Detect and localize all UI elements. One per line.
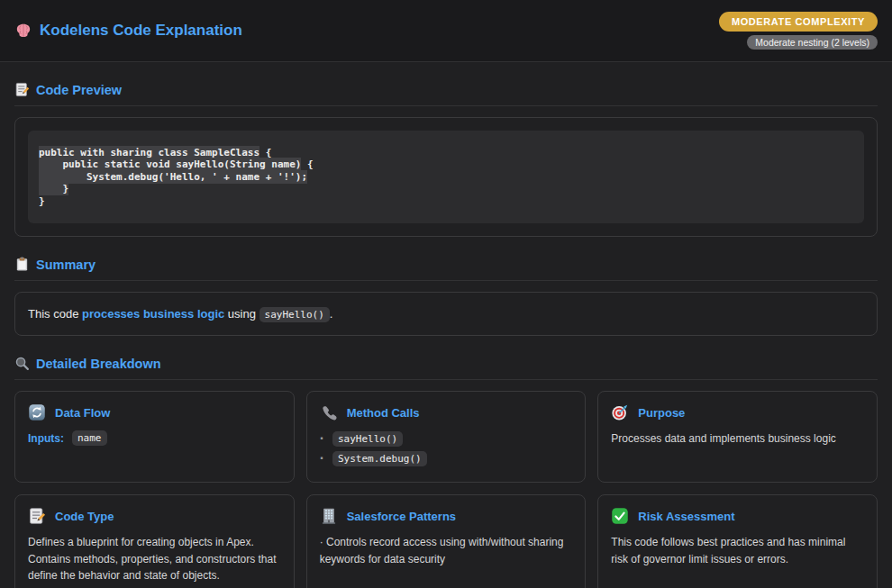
breakdown-grid: Data Flow Inputs: name Method Calls bbox=[14, 391, 878, 588]
card-text: Defines a blueprint for creating objects… bbox=[28, 534, 281, 584]
breakdown-heading: Detailed Breakdown bbox=[14, 356, 878, 371]
cycle-arrows-icon bbox=[28, 403, 46, 421]
method-call-item: sayHello() bbox=[320, 430, 573, 447]
brand: Kodelens Code Explanation bbox=[14, 22, 242, 40]
summary-text: This code bbox=[28, 307, 82, 321]
purpose-card: Purpose Processes data and implements bu… bbox=[597, 391, 878, 483]
data-flow-card: Data Flow Inputs: name bbox=[14, 391, 295, 483]
input-pill: name bbox=[72, 430, 107, 446]
card-text: This code follows best practices and has… bbox=[611, 534, 864, 567]
phone-icon bbox=[320, 403, 338, 421]
card-title: Salesforce Patterns bbox=[347, 510, 456, 523]
code-line: public with sharing class SampleClass { bbox=[39, 147, 853, 158]
main-content: Code Preview public with sharing class S… bbox=[0, 82, 892, 588]
code-preview-heading: Code Preview bbox=[14, 82, 878, 97]
target-icon bbox=[611, 403, 629, 421]
page-title: Kodelens Code Explanation bbox=[40, 22, 242, 40]
card-title: Code Type bbox=[55, 510, 114, 523]
kodelens-page: Kodelens Code Explanation MODERATE COMPL… bbox=[0, 0, 892, 588]
summary-text: using bbox=[224, 307, 259, 321]
section-divider bbox=[14, 379, 878, 380]
summary-text: . bbox=[330, 307, 333, 321]
card-text: · Controls record access using with/with… bbox=[320, 534, 573, 567]
card-title: Method Calls bbox=[347, 406, 420, 420]
section-title: Summary bbox=[36, 258, 96, 272]
card-text: Processes data and implements business l… bbox=[611, 430, 864, 448]
section-title: Code Preview bbox=[36, 83, 122, 97]
summary-highlight: processes business logic bbox=[82, 307, 224, 321]
section-divider bbox=[14, 105, 878, 106]
code-block: public with sharing class SampleClass { … bbox=[28, 131, 864, 223]
code-type-card: Code Type Defines a blueprint for creati… bbox=[14, 494, 295, 588]
method-call-item: System.debug() bbox=[320, 450, 573, 466]
section-title: Detailed Breakdown bbox=[36, 357, 161, 371]
memo-icon bbox=[28, 507, 46, 525]
inputs-label: Inputs: bbox=[28, 432, 64, 445]
summary-card: This code processes business logic using… bbox=[14, 292, 878, 336]
office-building-icon bbox=[320, 507, 338, 525]
code-line: System.debug('Hello, ' + name + '!'); bbox=[39, 171, 853, 183]
magnifier-icon bbox=[14, 356, 30, 371]
brain-icon bbox=[14, 22, 32, 40]
code-line: public static void sayHello(String name)… bbox=[39, 158, 853, 170]
risk-assessment-card: Risk Assessment This code follows best p… bbox=[597, 494, 878, 588]
card-title: Data Flow bbox=[55, 406, 110, 420]
summary-code-ref: sayHello() bbox=[259, 307, 330, 322]
check-mark-icon bbox=[611, 507, 629, 525]
code-line: } bbox=[39, 195, 853, 207]
code-line: } bbox=[39, 183, 853, 194]
clipboard-icon bbox=[14, 257, 30, 272]
card-title: Risk Assessment bbox=[638, 510, 734, 523]
nesting-badge: Moderate nesting (2 levels) bbox=[747, 35, 878, 50]
method-calls-card: Method Calls sayHello() System.debug() bbox=[306, 391, 587, 483]
header-bar: Kodelens Code Explanation MODERATE COMPL… bbox=[0, 0, 892, 62]
section-divider bbox=[14, 280, 878, 281]
summary-heading: Summary bbox=[14, 257, 878, 272]
method-calls-list: sayHello() System.debug() bbox=[320, 430, 573, 466]
memo-icon bbox=[14, 82, 30, 97]
card-title: Purpose bbox=[638, 406, 685, 420]
salesforce-patterns-card: Salesforce Patterns · Controls record ac… bbox=[306, 494, 587, 588]
complexity-badge: MODERATE COMPLEXITY bbox=[719, 12, 878, 32]
code-preview-card: public with sharing class SampleClass { … bbox=[14, 117, 878, 237]
header-badges: MODERATE COMPLEXITY Moderate nesting (2 … bbox=[719, 12, 878, 50]
